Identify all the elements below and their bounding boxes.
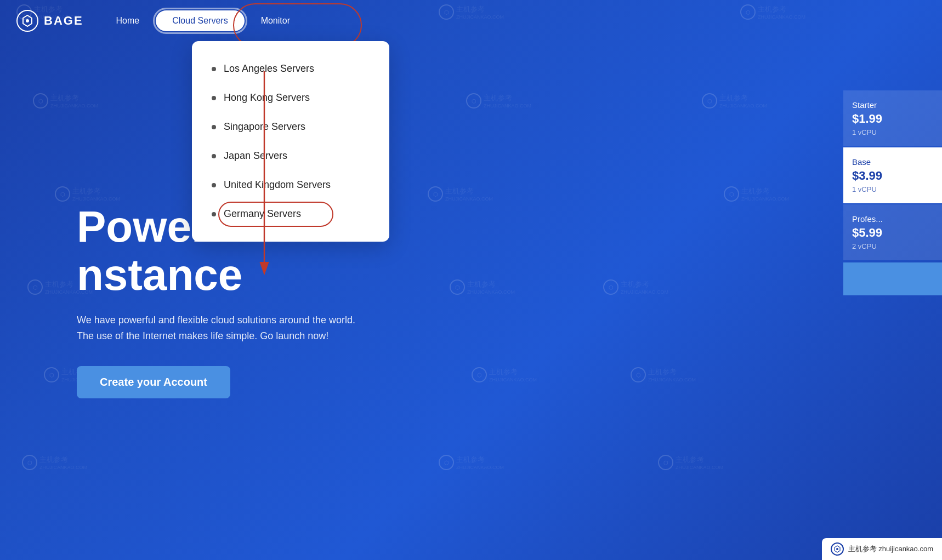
base-price: $3.99 [852,169,933,183]
pricing-cta-blue[interactable] [843,262,942,295]
dropdown-item-jp[interactable]: Japan Servers [192,141,389,170]
nav-items: Home Cloud Servers Monitor [100,10,307,31]
professional-price: $5.99 [852,226,933,240]
logo-icon [16,10,38,32]
pricing-card-starter: Starter $1.99 1 vCPU [843,90,942,146]
hero-subtitle: We have powerful and flexible cloud solu… [77,312,461,344]
navbar: BAGE Home Cloud Servers Monitor [0,0,942,41]
svg-point-3 [836,548,838,550]
starter-spec: 1 vCPU [852,128,933,136]
pricing-card-base: Base $3.99 1 vCPU [843,147,942,203]
bottom-watermark-bar: 主机参考 zhuijicankao.com [822,538,942,560]
professional-plan-label: Profes... [852,214,933,224]
logo[interactable]: BAGE [16,10,83,32]
bottom-watermark-text: 主机参考 zhuijicankao.com [848,544,933,554]
bottom-logo-icon [831,542,844,556]
dropdown-item-la[interactable]: Los Angeles Servers [192,54,389,83]
dropdown-item-de[interactable]: Germany Servers [192,199,389,228]
pricing-card-professional: Profes... $5.99 2 vCPU [843,204,942,260]
nav-item-cloud-servers[interactable]: Cloud Servers [156,10,244,31]
base-plan-label: Base [852,157,933,167]
base-spec: 1 vCPU [852,185,933,193]
svg-point-0 [26,19,29,22]
cloud-servers-dropdown: Los Angeles Servers Hong Kong Servers Si… [192,41,389,242]
bullet-la [212,67,216,71]
pricing-panel: Starter $1.99 1 vCPU Base $3.99 1 vCPU P… [843,90,942,560]
bullet-de [212,212,216,216]
dropdown-item-uk[interactable]: United Kingdom Servers [192,170,389,199]
bullet-sg [212,125,216,129]
brand-name: BAGE [44,14,83,28]
nav-item-monitor[interactable]: Monitor [245,10,307,31]
hero-section: Powerful nstance We have powerful and fl… [0,41,942,560]
dropdown-item-sg[interactable]: Singapore Servers [192,112,389,141]
professional-spec: 2 vCPU [852,242,933,250]
nav-item-home[interactable]: Home [100,10,156,31]
dropdown-item-hk[interactable]: Hong Kong Servers [192,83,389,112]
bullet-jp [212,154,216,158]
bullet-hk [212,96,216,100]
bullet-uk [212,183,216,187]
starter-plan-label: Starter [852,100,933,110]
create-account-button[interactable]: Create your Account [77,366,230,398]
starter-price: $1.99 [852,112,933,126]
